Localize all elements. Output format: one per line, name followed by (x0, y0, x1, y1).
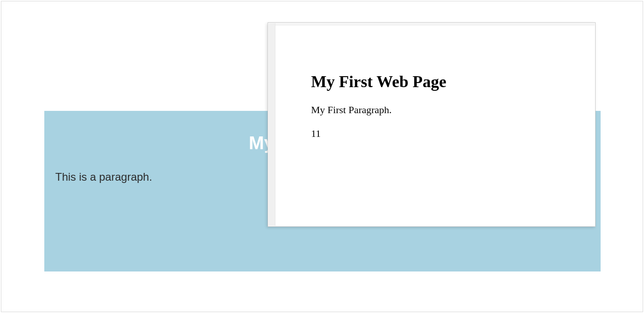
popup-paragraph: My First Paragraph. (311, 104, 559, 116)
popup-scrollbar[interactable] (269, 23, 275, 226)
popup-topbar (275, 23, 595, 26)
popup-heading: My First Web Page (311, 72, 559, 91)
page-frame: My First Heading This is a paragraph. My… (1, 1, 643, 312)
popup-content: My First Web Page My First Paragraph. 11 (276, 26, 593, 224)
result-popup-window: My First Web Page My First Paragraph. 11 (268, 22, 596, 227)
popup-output-value: 11 (311, 128, 559, 140)
